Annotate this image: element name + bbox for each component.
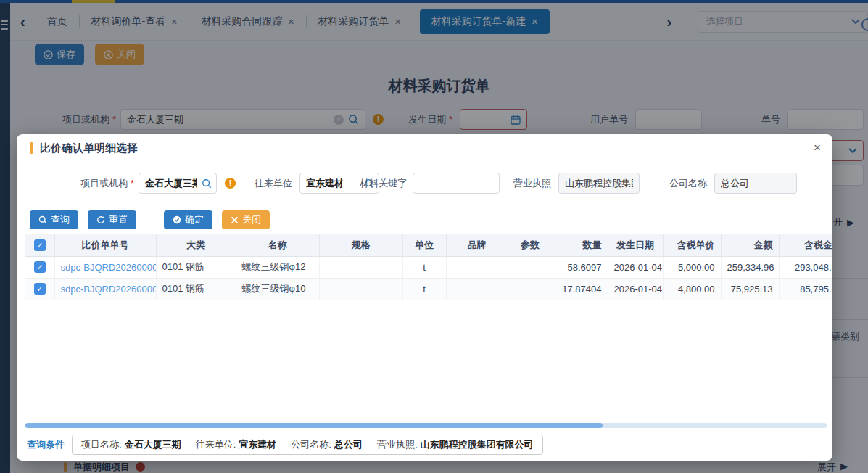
dlg-keyword-label: 材料关键字 — [350, 173, 407, 194]
search-icon — [38, 215, 47, 224]
tax-amount-cell: 293,048.50 — [779, 256, 832, 278]
dlg-license-label: 营业执照 — [497, 173, 551, 194]
dlg-project-input[interactable] — [145, 178, 197, 189]
check-circle-icon — [173, 215, 181, 224]
qty-cell: 17.87404 — [553, 278, 608, 300]
dlg-company-field — [714, 173, 797, 194]
cond-key: 公司名称: — [291, 438, 331, 451]
dlg-license-field — [558, 173, 640, 194]
dlg-project-label: 项目或机构 — [46, 173, 134, 194]
reset-button-label: 重置 — [109, 213, 128, 226]
spec-cell — [319, 256, 402, 278]
dialog-title: 比价确认单明细选择 — [40, 141, 138, 155]
col-param: 参数 — [508, 234, 553, 256]
info-icon[interactable]: ! — [225, 178, 236, 189]
col-amount: 金额 — [721, 234, 779, 256]
dialog-close-button-label: 关闭 — [242, 213, 261, 226]
cond-value: 山东鹏程控股集团有限公司 — [421, 438, 534, 451]
col-unit-price: 含税单价 — [663, 234, 721, 256]
horizontal-scrollbar[interactable] — [25, 423, 827, 428]
dlg-license-input — [565, 178, 633, 189]
row-select-cell: ✓ — [25, 256, 54, 278]
col-unit: 单位 — [402, 234, 446, 256]
dlg-company-input — [721, 178, 790, 189]
dlg-company-label: 公司名称 — [653, 173, 707, 194]
unit-cell: t — [402, 278, 446, 300]
query-conditions: 查询条件 项目名称:金石大厦三期 往来单位:宜东建材 公司名称:总公司 营业执照… — [27, 435, 543, 455]
query-conditions-box: 项目名称:金石大厦三期 往来单位:宜东建材 公司名称:总公司 营业执照:山东鹏程… — [72, 435, 543, 455]
param-cell — [508, 256, 553, 278]
query-button-label: 查询 — [51, 213, 70, 226]
name-cell: 螺纹三级钢φ12 — [236, 256, 319, 278]
col-name: 名称 — [236, 234, 319, 256]
category-cell: 0101 钢筋 — [156, 256, 236, 278]
app-window: ‹ 首页 材料询价单-查看× 材料采购合同跟踪× 材料采购订货单× 材料采购订货… — [0, 0, 868, 473]
dialog-header: 比价确认单明细选择 — [17, 134, 832, 162]
compare-confirm-dialog: 比价确认单明细选择 × 项目或机构 ! 往来单位 材料关键字 营业执照 公司名称 — [17, 134, 832, 461]
qty-cell: 58.6097 — [553, 256, 608, 278]
close-icon — [231, 216, 239, 224]
compare-detail-table: ✓ 比价单单号 大类 名称 规格 单位 品牌 参数 数量 发生日期 含税单价 金… — [25, 234, 832, 300]
cond-key: 项目名称: — [81, 438, 122, 451]
date-cell: 2026-01-04 — [608, 278, 663, 300]
cond-value: 总公司 — [334, 438, 363, 451]
unit-price-cell: 5,000.00 — [663, 256, 721, 278]
col-date: 发生日期 — [608, 234, 663, 256]
dlg-project-field[interactable] — [139, 173, 217, 194]
scrollbar-thumb[interactable] — [25, 423, 603, 428]
tax-amount-cell: 85,795.39 — [779, 278, 832, 300]
cond-value: 宜东建材 — [239, 438, 276, 451]
select-all-checkbox[interactable]: ✓ — [34, 239, 46, 251]
dlg-keyword-field[interactable] — [413, 173, 500, 194]
confirm-button-label: 确定 — [185, 213, 204, 226]
unit-price-cell: 4,800.00 — [663, 278, 721, 300]
cond-key: 往来单位: — [196, 438, 236, 451]
search-icon[interactable] — [202, 178, 212, 189]
col-order-no: 比价单单号 — [54, 234, 156, 256]
brand-cell — [446, 278, 508, 300]
dialog-close-button[interactable]: 关闭 — [222, 210, 270, 229]
brand-cell — [446, 256, 508, 278]
confirm-button[interactable]: 确定 — [164, 210, 212, 229]
category-cell: 0101 钢筋 — [156, 278, 236, 300]
amount-cell: 259,334.96 — [721, 256, 779, 278]
table-header-row: ✓ 比价单单号 大类 名称 规格 单位 品牌 参数 数量 发生日期 含税单价 金… — [25, 234, 832, 256]
date-cell: 2026-01-04 — [608, 256, 663, 278]
col-brand: 品牌 — [446, 234, 508, 256]
cond-key: 营业执照: — [377, 438, 418, 451]
row-checkbox[interactable]: ✓ — [34, 261, 46, 273]
col-qty: 数量 — [553, 234, 608, 256]
table-row[interactable]: ✓ sdpc-BJQRD20260000 0101 钢筋 螺纹三级钢φ12 t … — [25, 256, 832, 278]
row-select-cell: ✓ — [25, 278, 54, 300]
order-no-link[interactable]: sdpc-BJQRD20260000 — [54, 256, 156, 278]
query-conditions-label: 查询条件 — [27, 438, 65, 451]
query-button[interactable]: 查询 — [30, 210, 78, 229]
dialog-actions: 查询 重置 确定 关闭 — [30, 210, 270, 229]
order-no-link[interactable]: sdpc-BJQRD20260000 — [54, 278, 156, 300]
dialog-close-icon[interactable]: × — [814, 141, 821, 154]
reset-button[interactable]: 重置 — [88, 210, 136, 229]
col-category: 大类 — [156, 234, 236, 256]
table-row[interactable]: ✓ sdpc-BJQRD20260000 0101 钢筋 螺纹三级钢φ10 t … — [25, 278, 832, 300]
name-cell: 螺纹三级钢φ10 — [236, 278, 319, 300]
refresh-icon — [96, 215, 105, 224]
title-marker — [30, 142, 33, 154]
param-cell — [508, 278, 553, 300]
col-tax-amount: 含税金额 — [779, 234, 832, 256]
dlg-partner-label: 往来单位 — [247, 173, 292, 194]
dlg-keyword-input[interactable] — [419, 178, 493, 189]
row-checkbox[interactable]: ✓ — [34, 283, 46, 295]
unit-cell: t — [402, 256, 446, 278]
spec-cell — [319, 278, 402, 300]
select-all-header: ✓ — [25, 234, 54, 256]
cond-value: 金石大厦三期 — [125, 438, 181, 451]
amount-cell: 75,925.13 — [721, 278, 779, 300]
col-spec: 规格 — [319, 234, 402, 256]
